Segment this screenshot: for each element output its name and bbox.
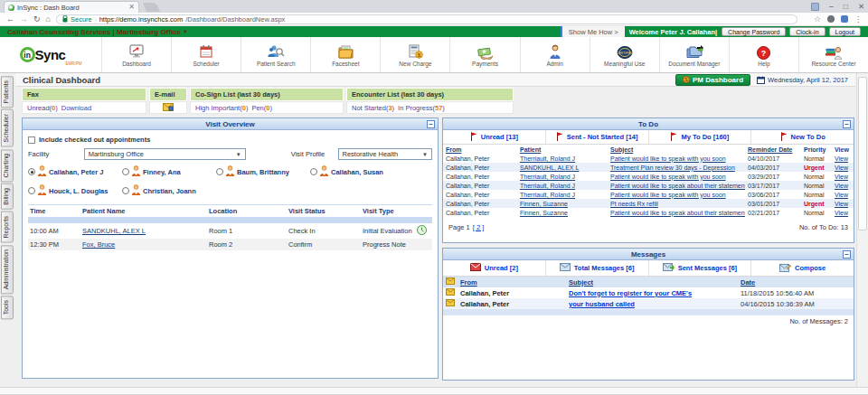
include-checkedout-checkbox[interactable]: [28, 136, 35, 144]
visit-collapse-icon[interactable]: −: [427, 120, 435, 128]
sidebar-tab-charting[interactable]: Charting: [1, 149, 14, 182]
visit-patient-link[interactable]: SANDKUHL, ALEX L: [82, 227, 146, 235]
visit-profile-select[interactable]: Restorative Health ▼: [338, 148, 433, 160]
nav-item-meaningful-use[interactable]: CERTIFIEDMeaningful Use: [590, 37, 659, 72]
sidebar-tab-administration[interactable]: Administration: [1, 245, 14, 294]
messages-col-from[interactable]: From: [458, 277, 566, 287]
messages-tab-sent-messages-6[interactable]: Sent Messages [6]: [649, 260, 752, 276]
tab-close-icon[interactable]: ✕: [128, 4, 135, 11]
insync-logo[interactable]: in Sync EMR/PM: [0, 37, 101, 72]
logout-button[interactable]: Logout: [829, 27, 861, 36]
summary-link-unread[interactable]: Unread(0): [27, 104, 58, 112]
provider-radio-baum-brittanny[interactable]: Baum, Brittanny: [216, 165, 310, 178]
todo-tab-sent-not-started-14[interactable]: Sent - Not Started [14]: [546, 130, 649, 144]
visit-patient-link[interactable]: Fox, Bruce: [82, 240, 115, 249]
browser-badge-icon[interactable]: [811, 3, 819, 11]
todo-page2-link[interactable]: [ 2 ]: [473, 223, 485, 231]
nav-item-document-manager[interactable]: Document Manager: [659, 37, 729, 72]
summary-link-download[interactable]: Download: [61, 104, 91, 112]
close-icon[interactable]: ✕: [858, 2, 864, 11]
todo-tab-new-to-do[interactable]: New To Do: [751, 130, 854, 144]
nav-item-scheduler[interactable]: Scheduler: [171, 37, 241, 72]
address-bar[interactable]: Secure | https://demo.insynchcs.com /Das…: [56, 14, 797, 24]
nav-item-help[interactable]: ?Help: [729, 37, 798, 72]
minimize-icon[interactable]: –: [829, 2, 834, 11]
todo-tab-my-to-do-160[interactable]: My To Do [160]: [649, 130, 752, 144]
change-password-button[interactable]: Change Password: [722, 27, 786, 36]
todo-patient-link[interactable]: SANDKUHL, ALEX L: [520, 165, 579, 171]
messages-col-subject[interactable]: Subject: [566, 277, 738, 287]
org-caret-icon[interactable]: ▼: [183, 29, 188, 34]
browser-tab[interactable]: InSync : Dash Board ✕: [4, 1, 139, 13]
message-subject-link[interactable]: your husband called: [569, 300, 635, 308]
sidebar-tab-reports[interactable]: Reports: [1, 212, 14, 243]
todo-col-patient[interactable]: Patient: [517, 145, 608, 154]
todo-subject-link[interactable]: Patient would like to speak about their …: [610, 183, 745, 189]
todo-subject-link[interactable]: Patient would like to speak with you soo…: [610, 192, 726, 198]
todo-subject-link[interactable]: Patient would like to speak about their …: [610, 210, 745, 216]
nav-item-new-charge[interactable]: $New Charge: [380, 37, 449, 72]
facility-select[interactable]: Martinsburg Office ▼: [84, 148, 246, 160]
sidebar-tab-billing[interactable]: Billing: [1, 183, 14, 210]
todo-view-link[interactable]: View: [835, 183, 848, 189]
provider-radio-christian-joann[interactable]: Christian, Joann: [122, 184, 216, 197]
summary-link-in-progress[interactable]: In Progress(57): [398, 104, 445, 112]
todo-patient-link[interactable]: Therriault, Roland J: [520, 192, 575, 198]
todo-col-subject[interactable]: Subject: [608, 145, 745, 154]
todo-view-link[interactable]: View: [835, 192, 848, 198]
summary-link-not-started[interactable]: Not Started(3): [352, 104, 394, 112]
browser-menu-icon[interactable]: ⋮: [854, 15, 862, 24]
sidebar-tab-tools[interactable]: Tools: [1, 296, 14, 319]
extension2-icon[interactable]: [841, 15, 848, 23]
nav-item-dashboard[interactable]: Dashboard: [101, 37, 171, 72]
nav-item-facesheet[interactable]: Facesheet: [310, 37, 380, 72]
messages-collapse-icon[interactable]: −: [843, 250, 851, 259]
horizontal-scrollbar[interactable]: [0, 387, 868, 395]
vertical-scrollbar[interactable]: [856, 73, 868, 387]
nav-item-patient-search[interactable]: Patient Search: [241, 37, 310, 72]
todo-view-link[interactable]: View: [835, 174, 848, 180]
pm-dashboard-button[interactable]: $ PM Dashboard: [675, 74, 750, 86]
scrollbar-thumb[interactable]: [858, 77, 867, 230]
clock-in-button[interactable]: Clock-in: [789, 27, 825, 36]
messages-tab-total-messages-6[interactable]: Total Messages [6]: [546, 260, 649, 276]
todo-view-link[interactable]: View: [835, 201, 848, 207]
new-tab-button[interactable]: [143, 3, 160, 12]
back-icon[interactable]: ←: [6, 15, 14, 24]
show-me-how-button[interactable]: Show Me How >: [561, 26, 625, 37]
todo-patient-link[interactable]: Therriault, Roland J: [520, 174, 575, 180]
todo-view-link[interactable]: View: [835, 165, 848, 171]
todo-view-link[interactable]: View: [835, 210, 848, 216]
todo-patient-link[interactable]: Therriault, Roland J: [520, 183, 575, 189]
sidebar-tab-patients[interactable]: Patients: [1, 76, 14, 108]
todo-view-link[interactable]: View: [835, 155, 848, 162]
todo-patient-link[interactable]: Finnen, Suzanne: [520, 210, 568, 216]
messages-col-date[interactable]: Date: [738, 277, 854, 287]
nav-item-admin[interactable]: Admin: [520, 37, 590, 72]
todo-col-reminder-date[interactable]: Reminder Date: [745, 145, 801, 154]
maximize-icon[interactable]: □: [844, 2, 848, 11]
messages-tab-unread-2[interactable]: Unread [2]: [443, 260, 546, 276]
todo-patient-link[interactable]: Finnen, Suzanne: [520, 201, 568, 207]
visit-status-icon[interactable]: [417, 225, 427, 237]
messages-tab-compose[interactable]: Compose: [751, 260, 854, 276]
nav-item-resource-center[interactable]: Resource Center: [798, 37, 868, 72]
bookmark-star-icon[interactable]: ☆: [814, 14, 821, 24]
todo-subject-link[interactable]: Treatment Plan review 30 days - Depressi…: [610, 165, 735, 171]
email-icon[interactable]: [163, 103, 174, 113]
provider-radio-callahan-susan[interactable]: Callahan, Susan: [310, 165, 432, 178]
todo-subject-link[interactable]: Patient would like to speak with you soo…: [610, 155, 726, 162]
provider-radio-callahan-peter-j[interactable]: Callahan, Peter J: [28, 165, 122, 178]
provider-radio-houck-l-douglas[interactable]: Houck, L. Douglas: [28, 184, 122, 197]
todo-subject-link[interactable]: Patient would like to speak with you soo…: [610, 174, 726, 180]
message-subject-link[interactable]: Don't forget to register for your CME's: [569, 289, 692, 297]
todo-collapse-icon[interactable]: −: [843, 120, 851, 128]
todo-patient-link[interactable]: Therriault, Roland J: [520, 155, 575, 162]
provider-radio-finney-ana[interactable]: Finney, Ana: [122, 165, 216, 178]
summary-link-high-important[interactable]: High Important(0): [195, 104, 248, 112]
sidebar-tab-scheduler[interactable]: Scheduler: [1, 109, 14, 147]
todo-col-from[interactable]: From: [443, 145, 517, 154]
extension-icon[interactable]: [827, 15, 835, 23]
home-icon[interactable]: ⌂: [46, 15, 51, 24]
forward-icon[interactable]: →: [20, 15, 28, 24]
